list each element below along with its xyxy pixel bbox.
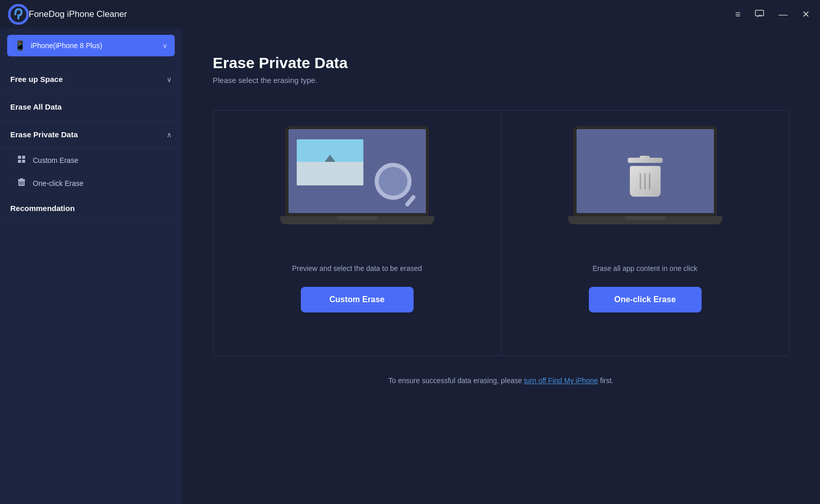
custom-erase-description: Preview and select the data to be erased xyxy=(292,264,422,272)
page-title: Erase Private Data xyxy=(213,54,789,72)
footer-text-before: To ensure successful data erasing, pleas… xyxy=(388,376,524,385)
sidebar-section-free-up-space: Free up Space ∨ xyxy=(0,66,182,93)
sidebar-section-erase-all: Erase All Data xyxy=(0,93,182,121)
sidebar-section-recommendation: Recommendation xyxy=(0,195,182,222)
svg-rect-2 xyxy=(18,156,21,159)
one-click-erase-card: Erase all app content in one click One-c… xyxy=(501,110,789,356)
svg-rect-3 xyxy=(22,156,25,159)
find-my-iphone-link[interactable]: turn off Find My iPhone xyxy=(524,376,598,385)
custom-erase-label: Custom Erase xyxy=(33,156,78,164)
main-layout: 📱 iPhone(iPhone 8 Plus) ∨ Free up Space … xyxy=(0,29,820,504)
sidebar-item-recommendation[interactable]: Recommendation xyxy=(0,195,182,222)
free-up-space-chevron: ∨ xyxy=(167,75,172,83)
cards-row: Preview and select the data to be erased… xyxy=(213,110,789,356)
one-click-erase-illustration xyxy=(563,126,727,249)
app-title: FoneDog iPhone Cleaner xyxy=(29,9,733,19)
svg-rect-5 xyxy=(22,160,25,163)
trash-can-icon xyxy=(627,156,663,197)
erase-private-label: Erase Private Data xyxy=(10,130,78,139)
custom-erase-illustration xyxy=(275,126,439,249)
laptop-one-click xyxy=(568,126,722,228)
titlebar: FoneDog iPhone Cleaner ≡ — ✕ xyxy=(0,0,820,29)
footer-note: To ensure successful data erasing, pleas… xyxy=(213,376,789,385)
svg-rect-16 xyxy=(297,162,363,185)
ce-screen-content xyxy=(289,129,426,213)
laptop-screen-custom xyxy=(285,126,429,216)
device-selector[interactable]: 📱 iPhone(iPhone 8 Plus) ∨ xyxy=(7,35,175,56)
app-logo xyxy=(8,4,29,25)
sidebar-item-custom-erase[interactable]: Custom Erase xyxy=(0,149,182,172)
sidebar: 📱 iPhone(iPhone 8 Plus) ∨ Free up Space … xyxy=(0,29,182,504)
device-name: iPhone(iPhone 8 Plus) xyxy=(31,41,162,50)
sidebar-item-free-up-space[interactable]: Free up Space ∨ xyxy=(0,66,182,93)
one-click-erase-button[interactable]: One-click Erase xyxy=(589,287,702,312)
erase-private-chevron: ∧ xyxy=(167,131,172,139)
svg-rect-4 xyxy=(18,160,21,163)
magnifier-icon xyxy=(375,163,421,209)
recommendation-label: Recommendation xyxy=(10,204,75,213)
oe-screen-content xyxy=(577,129,714,213)
trash-sidebar-icon xyxy=(16,178,27,188)
menu-button[interactable]: ≡ xyxy=(733,8,743,21)
svg-rect-8 xyxy=(20,178,23,180)
sidebar-item-erase-private[interactable]: Erase Private Data ∧ xyxy=(0,121,182,149)
custom-erase-button[interactable]: Custom Erase xyxy=(301,287,414,312)
grid-icon xyxy=(16,155,27,165)
footer-text-after: first. xyxy=(598,376,613,385)
one-click-erase-label: One-click Erase xyxy=(33,179,84,187)
laptop-base-custom xyxy=(280,216,434,224)
sidebar-item-erase-all[interactable]: Erase All Data xyxy=(0,93,182,121)
custom-erase-card: Preview and select the data to be erased… xyxy=(213,110,501,356)
one-click-erase-description: Erase all app content in one click xyxy=(592,264,698,272)
sidebar-item-one-click-erase[interactable]: One-click Erase xyxy=(0,172,182,195)
chat-button[interactable] xyxy=(753,8,766,22)
device-chevron-icon: ∨ xyxy=(162,42,168,50)
laptop-base-one-click xyxy=(568,216,722,224)
free-up-space-label: Free up Space xyxy=(10,75,63,83)
content-area: Erase Private Data Please select the era… xyxy=(182,29,820,504)
laptop-screen-one-click xyxy=(573,126,717,216)
photo-thumbnail xyxy=(297,139,363,185)
minimize-button[interactable]: — xyxy=(776,8,790,21)
close-button[interactable]: ✕ xyxy=(800,8,812,21)
sidebar-section-erase-private: Erase Private Data ∧ Custom Erase xyxy=(0,121,182,195)
erase-all-label: Erase All Data xyxy=(10,102,61,111)
phone-icon: 📱 xyxy=(14,40,26,51)
laptop-custom xyxy=(280,126,434,228)
window-controls: ≡ — ✕ xyxy=(733,8,812,22)
page-subtitle: Please select the erasing type. xyxy=(213,76,789,85)
